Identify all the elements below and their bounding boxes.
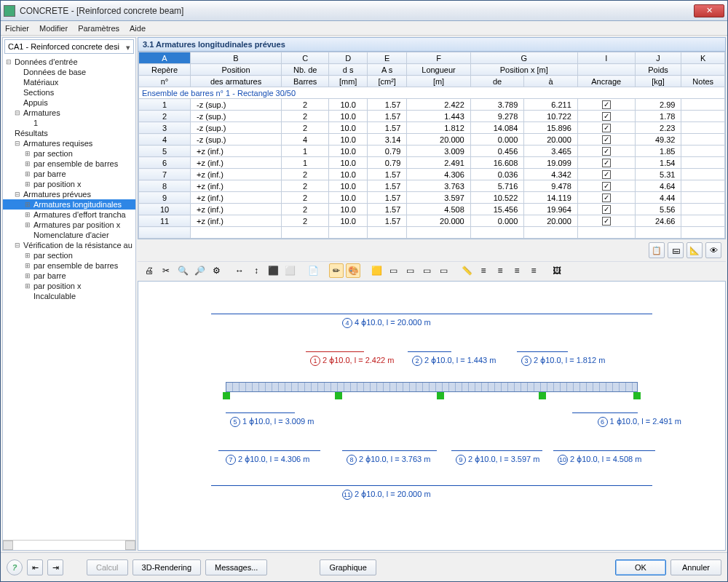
bar-label-2: 22 ɸ10.0, l = 1.443 m <box>412 356 496 366</box>
toolbar-btn[interactable]: ↕ <box>249 263 264 278</box>
toolbar-btn[interactable]: ↔ <box>232 263 247 278</box>
bar-label-4: 44 ɸ10.0, l = 20.000 m <box>342 318 431 328</box>
menu-file[interactable]: Fichier <box>5 24 29 33</box>
toolbar-btn[interactable]: 📄 <box>306 263 320 278</box>
ok-button[interactable]: OK <box>615 559 666 575</box>
bar-line-8 <box>342 450 437 451</box>
toolbar-btn[interactable]: ▭ <box>436 263 451 278</box>
tree-item[interactable]: ⊟Armatures <box>3 108 135 118</box>
btn-measure[interactable]: 📐 <box>687 242 703 258</box>
btn-export[interactable]: 📋 <box>649 242 665 258</box>
tree-item[interactable]: ⊞par barre <box>3 169 135 179</box>
titlebar: CONCRETE - [Reinforced concrete beam] ✕ <box>1 1 727 21</box>
bar-label-1: 12 ɸ10.0, l = 2.422 m <box>310 356 394 366</box>
tree-item[interactable]: ⊞par barre <box>3 271 135 281</box>
sidebar: CA1 - Reinforced concrete desi ⊟Données … <box>2 37 136 551</box>
tree-item[interactable]: ⊞par position x <box>3 281 135 291</box>
toolbar-btn[interactable]: ≡ <box>526 263 541 278</box>
tree-item[interactable]: Sections <box>3 87 135 97</box>
tree-item[interactable]: Données de base <box>3 67 135 77</box>
bar-line-10 <box>553 450 655 451</box>
tree-item[interactable]: ⊟Données d'entrée <box>3 57 135 67</box>
tree-item[interactable]: ⊟Armatures prévues <box>3 189 135 199</box>
loadcase-combo[interactable]: CA1 - Reinforced concrete desi <box>4 39 134 54</box>
tree-item[interactable]: 1 <box>3 118 135 128</box>
diagram-view[interactable]: 44 ɸ10.0, l = 20.000 m 12 ɸ10.0, l = 2.4… <box>138 281 726 551</box>
bar-line-3 <box>517 351 568 352</box>
data-grid[interactable]: ABCDEFGIJKRepèrePositionNb. ded sA sLong… <box>138 52 725 239</box>
sidebar-scrollbar[interactable] <box>3 540 135 550</box>
bar-line-1 <box>306 351 364 352</box>
support-1 <box>223 392 230 399</box>
tree-item[interactable]: ⊟Vérification de la résistance au <box>3 240 135 250</box>
bar-label-6: 61 ɸ10.0, l = 2.491 m <box>598 417 681 427</box>
tree-item[interactable]: ⊟Armatures requises <box>3 138 135 148</box>
bar-line-5 <box>226 412 295 413</box>
menu-params[interactable]: Paramètres <box>78 24 119 33</box>
toolbar-btn[interactable]: ⚙ <box>209 263 223 278</box>
toolbar-btn[interactable]: 🖨 <box>142 263 157 278</box>
toolbar-btn[interactable]: ≡ <box>493 263 507 278</box>
body: CA1 - Reinforced concrete desi ⊟Données … <box>1 36 727 552</box>
toolbar-btn[interactable]: 🎨 <box>346 263 360 278</box>
bar-line-11 <box>211 485 652 486</box>
tree-item[interactable]: ⊞par section <box>3 148 135 159</box>
grid-action-buttons: 📋 🖴 📐 👁 <box>138 239 726 261</box>
tree-item[interactable]: Incalculable <box>3 291 135 301</box>
toolbar-btn[interactable]: ▭ <box>419 263 434 278</box>
close-button[interactable]: ✕ <box>694 4 724 17</box>
bar-line-9 <box>451 450 542 451</box>
calc-button[interactable]: Calcul <box>87 559 128 575</box>
messages-button[interactable]: Messages... <box>205 559 267 575</box>
tree-item[interactable]: Résultats <box>3 128 135 138</box>
bar-label-8: 82 ɸ10.0, l = 3.763 m <box>347 455 430 465</box>
tree-item[interactable]: ⊞par position x <box>3 179 135 189</box>
bar-label-5: 51 ɸ10.0, l = 3.009 m <box>230 417 314 427</box>
tree-item[interactable]: ⊞par section <box>3 250 135 260</box>
help-button[interactable]: ? <box>7 559 23 575</box>
toolbar-btn[interactable]: 📏 <box>459 263 474 278</box>
toolbar-btn[interactable]: ⬜ <box>282 263 297 278</box>
tree-item[interactable]: Matériaux <box>3 77 135 87</box>
cancel-button[interactable]: Annuler <box>670 559 721 575</box>
toolbar-btn[interactable]: ▭ <box>403 263 417 278</box>
tree-item[interactable]: ⊞par ensemble de barres <box>3 159 135 169</box>
menu-help[interactable]: Aide <box>130 24 146 33</box>
toolbar-btn[interactable]: ▭ <box>386 263 400 278</box>
bar-line-7 <box>218 450 320 451</box>
tree-item[interactable]: Nomenclature d'acier <box>3 230 135 240</box>
graph-button[interactable]: Graphique <box>320 559 376 575</box>
bar-label-9: 92 ɸ10.0, l = 3.597 m <box>456 455 539 465</box>
tree-item[interactable]: ⊞par ensemble de barres <box>3 260 135 271</box>
toolbar-btn[interactable]: 🔎 <box>192 263 207 278</box>
render-button[interactable]: 3D-Rendering <box>132 559 201 575</box>
tree-item[interactable]: Appuis <box>3 97 135 108</box>
tree-item[interactable]: ⊞Armatures d'effort trancha <box>3 210 135 220</box>
tree-item[interactable]: ⊞Armatures longitudinales <box>3 199 135 210</box>
support-3 <box>437 392 444 399</box>
app-window: CONCRETE - [Reinforced concrete beam] ✕ … <box>0 0 728 582</box>
bar-label-11: 112 ɸ10.0, l = 20.000 m <box>342 490 431 500</box>
toolbar-btn[interactable]: 🔍 <box>175 263 190 278</box>
bar-label-3: 32 ɸ10.0, l = 1.812 m <box>521 356 605 366</box>
footer-icon-1[interactable]: ⇤ <box>27 559 43 575</box>
toolbar-btn[interactable]: ✂ <box>159 263 173 278</box>
btn-save[interactable]: 🖴 <box>668 242 684 258</box>
bar-line-2 <box>408 351 451 352</box>
bar-label-7: 72 ɸ10.0, l = 4.306 m <box>226 455 309 465</box>
bar-line-4 <box>211 314 652 314</box>
toolbar-btn[interactable]: ✏ <box>329 263 344 278</box>
toolbar-btn[interactable]: ≡ <box>476 263 491 278</box>
toolbar-btn[interactable]: 🖼 <box>550 263 564 278</box>
panel-title: 3.1 Armatures longitudinales prévues <box>138 37 726 52</box>
toolbar-btn[interactable]: ≡ <box>510 263 524 278</box>
support-4 <box>539 392 546 399</box>
tree-item[interactable]: ⊞Armatures par position x <box>3 220 135 230</box>
toolbar-btn[interactable]: ⬛ <box>266 263 280 278</box>
app-icon <box>4 5 15 17</box>
footer-icon-2[interactable]: ⇥ <box>47 559 63 575</box>
toolbar-btn[interactable]: 🟨 <box>369 263 384 278</box>
btn-view[interactable]: 👁 <box>705 242 721 258</box>
menu-edit[interactable]: Modifier <box>39 24 68 33</box>
support-5 <box>633 392 641 399</box>
